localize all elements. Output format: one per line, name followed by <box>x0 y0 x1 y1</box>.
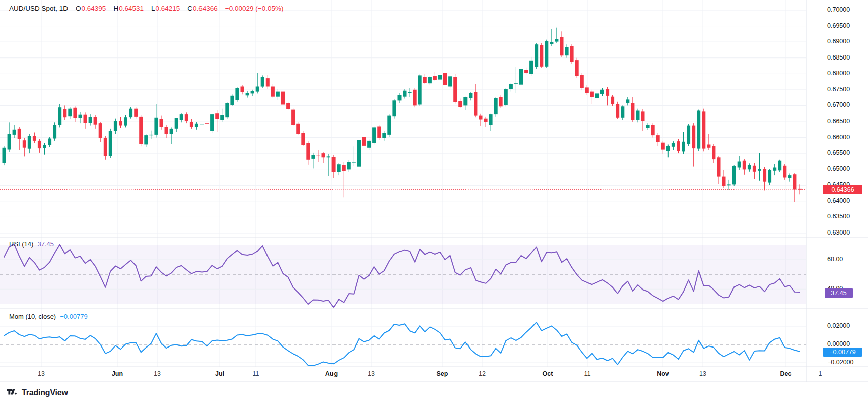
ohlc-high: H0.64531 <box>113 5 144 12</box>
price-axis-label: 0.63500 <box>827 213 850 220</box>
time-axis-label: Sep <box>437 370 448 377</box>
time-axis-label: 13 <box>368 370 375 377</box>
rsi-band <box>0 245 806 304</box>
rsi-legend: RSI (14) 37.45 <box>9 240 54 248</box>
price-axis-label: 0.63000 <box>827 229 850 236</box>
rsi-name: RSI (14) <box>9 240 33 248</box>
ohlc-low: L0.64215 <box>151 5 180 12</box>
time-axis-label: 11 <box>584 370 591 377</box>
time-axis-label: 11 <box>253 370 259 377</box>
time-axis-label: Jun <box>112 370 123 377</box>
time-axis-label: Dec <box>780 370 792 377</box>
momentum-axis-label: 0.00000 <box>827 340 850 348</box>
momentum-gridlines <box>0 326 806 363</box>
change-value: −0.00029 (−0.05%) <box>225 5 284 12</box>
tradingview-logo-text: TradingView <box>22 388 68 397</box>
time-axis-label: 12 <box>479 370 486 377</box>
price-axis-label: 0.68500 <box>827 54 850 61</box>
momentum-axis-label: −0.02000 <box>827 359 853 366</box>
price-axis-label: 0.65000 <box>827 165 850 172</box>
price-axis-label: 0.68000 <box>827 70 850 77</box>
price-axis-label: 0.70000 <box>827 6 850 13</box>
chart-area[interactable] <box>0 0 868 405</box>
time-axis-label: Oct <box>543 370 553 377</box>
close-value: 0.64366 <box>193 5 218 12</box>
momentum-value-badge: −0.00779 <box>823 348 862 357</box>
momentum-value: −0.00779 <box>60 313 88 320</box>
tradingview-chart-window: { "header": { "symbol": "AUD/USD Spot, 1… <box>0 0 868 405</box>
ohlc-close: C0.64366 <box>187 5 218 12</box>
time-axis-label: 1 <box>819 370 822 377</box>
time-axis-label: 13 <box>699 370 706 377</box>
price-axis-label: 0.66000 <box>827 134 850 141</box>
symbol-legend: AUD/USD Spot, 1D O0.64395 H0.64531 L0.64… <box>9 5 283 12</box>
momentum-legend: Mom (10, close) −0.00779 <box>9 313 88 320</box>
price-axis-label: 0.67000 <box>827 101 850 108</box>
momentum-line <box>4 322 800 366</box>
tradingview-logo-icon <box>7 389 18 397</box>
vertical-gridlines <box>41 0 786 367</box>
open-value: 0.64395 <box>82 5 106 12</box>
time-axis-label: 13 <box>154 370 161 377</box>
price-axis-label: 0.66500 <box>827 118 850 125</box>
momentum-name: Mom (10, close) <box>9 313 56 320</box>
time-axis-label: 13 <box>38 370 45 377</box>
price-axis-label: 0.69500 <box>827 22 850 29</box>
last-price-badge: 0.64366 <box>823 185 862 194</box>
symbol-title: AUD/USD Spot, 1D <box>9 5 68 12</box>
price-axis-label: 0.67500 <box>827 86 850 93</box>
momentum-axis-label: 0.02000 <box>827 322 850 329</box>
time-axis-label: Jul <box>215 370 224 377</box>
tradingview-logo[interactable]: TradingView <box>7 388 68 397</box>
price-axis-label: 0.65500 <box>827 149 850 156</box>
high-value: 0.64531 <box>119 5 144 12</box>
pane-separators <box>0 0 868 382</box>
candlestick-series <box>3 28 802 202</box>
time-axis-scale[interactable] <box>0 367 868 382</box>
rsi-value-badge: 37.45 <box>825 288 853 298</box>
rsi-axis-label: 60.00 <box>827 256 843 263</box>
time-axis-label: Nov <box>657 370 669 377</box>
low-value: 0.64215 <box>155 5 180 12</box>
price-axis-label: 0.64000 <box>827 197 850 204</box>
rsi-value: 37.45 <box>37 240 54 248</box>
ohlc-open: O0.64395 <box>76 5 106 12</box>
price-axis-label: 0.69000 <box>827 38 850 45</box>
time-axis-label: Aug <box>325 370 338 377</box>
